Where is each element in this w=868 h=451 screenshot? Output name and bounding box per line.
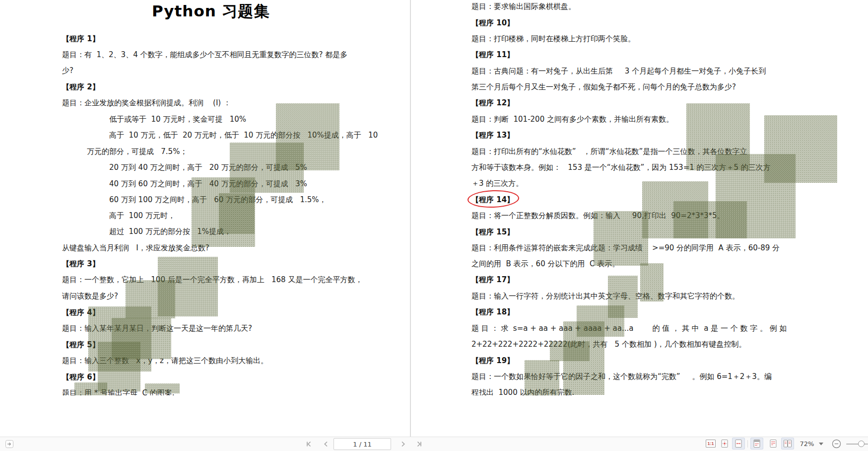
single-page-icon: [768, 439, 778, 449]
text-line: 题目：用 * 号输出字母 C 的图案.: [62, 388, 175, 395]
program-header: 【程序 3】: [62, 259, 100, 269]
text-line: 方和等于该数本身。例如： 153 是一个“水仙花数”，因为 153=1 的三次方…: [471, 162, 771, 172]
program-header: 【程序 5】: [62, 340, 100, 350]
program-header: 【程序 2】: [62, 82, 100, 92]
chevron-right-icon: [399, 440, 407, 448]
text-line: 题目：古典问题：有一对兔子，从出生后第 3 个月起每个月都生一对兔子，小兔子长到: [471, 66, 766, 76]
text-line: ＋3 的三次方。: [471, 178, 523, 188]
program-header: 【程序 10】: [471, 18, 514, 28]
text-line: 题目：打印楼梯，同时在楼梯上方打印两个笑脸。: [471, 34, 635, 44]
text-line: 请问该数是多少?: [62, 291, 118, 301]
text-line: 之间的用 B 表示，60 分以下的用 C 表示。: [471, 259, 619, 269]
program-header: 【程序 4】: [62, 307, 100, 317]
text-line: 题目：企业发放的奖金根据利润提成。利润 (I) ：: [62, 98, 231, 108]
program-header: 【程序 13】: [471, 130, 514, 140]
single-page-button[interactable]: [767, 438, 780, 450]
minus-circle-icon: [832, 439, 841, 449]
page-arrow-icon: [5, 440, 14, 449]
zoom-slider-handle[interactable]: [858, 441, 865, 447]
fit-page-icon: [720, 439, 730, 449]
text-line: 40 万到 60 万之间时，高于 40 万元的部分，可提成 3%: [109, 179, 307, 189]
last-page-button[interactable]: [412, 437, 425, 451]
fit-width-icon: [734, 439, 743, 449]
text-line: 题目：输入一行字符，分别统计出其中英文字母、空格、数字和其它字符的个数。: [471, 291, 739, 301]
text-line: 题目：要求输出国际象棋棋盘。: [471, 1, 576, 11]
toolbar-separator: [747, 440, 748, 448]
program-header: 【程序 1】: [62, 34, 100, 44]
actual-size-button[interactable]: 1:1: [704, 438, 717, 450]
program-header: 【程序 17】: [471, 275, 514, 285]
program-header: 【程序 18】: [471, 307, 514, 317]
program-header: 【程序 11】: [471, 50, 514, 60]
zoom-slider[interactable]: [846, 444, 868, 445]
next-page-button[interactable]: [397, 437, 409, 451]
text-line: 题目：打印出所有的“水仙花数” ，所谓“水仙花数”是指一个三位数，其各位数字立: [471, 147, 747, 156]
document-title: Python 习题集: [152, 6, 270, 16]
zoom-percent-label: 72%: [800, 440, 814, 448]
chevron-left-icon: [322, 440, 330, 448]
zoom-percent-display[interactable]: 72%: [797, 437, 817, 451]
text-line: 高于 10 万元，低于 20 万元时，低于 10 万元的部分按 10%提成，高于…: [109, 130, 378, 140]
continuous-scroll-button[interactable]: [750, 438, 763, 450]
status-bar: 1:1: [0, 437, 868, 451]
text-line: 题目：输入三个整数 x，y，z，请把这三个数由小到大输出。: [62, 356, 268, 366]
text-line: 少?: [62, 66, 73, 75]
continuous-scroll-icon: [752, 439, 762, 449]
text-line: 2+22+222+2222+22222(此时，共有 5 个数相加 )，几个数相加…: [471, 339, 746, 349]
text-line: 低于或等于 10 万元时，奖金可提 10%: [109, 114, 246, 124]
text-line: 题目：有 1、2、3、4 个数字，能组成多少个互不相同且无重复数字的三位数? 都…: [62, 50, 347, 60]
text-line: 题目：输入某年某月某日，判断这一天是这一年的第几天?: [62, 323, 252, 333]
text-line: 万元的部分，可提成 7.5%；: [87, 147, 187, 156]
fit-width-button[interactable]: [732, 438, 745, 450]
zoom-out-button[interactable]: [830, 437, 843, 451]
text-line: 超过 100 万元的部分按 1%提成，: [109, 226, 231, 236]
first-page-button[interactable]: [303, 437, 316, 451]
zoom-dropdown-button[interactable]: [817, 437, 825, 451]
text-line: 高于 100 万元时，: [109, 211, 175, 221]
two-page-view-button[interactable]: [781, 438, 794, 450]
text-line: 题 目 ： 求 s=a + aa + aaa + aaaa + aa...a 的…: [471, 323, 787, 333]
program-header: 【程序 15】: [471, 227, 514, 237]
text-line: 第三个月后每个月又生一对兔子，假如兔子都不死，问每个月的兔子总数为多少?: [471, 82, 736, 92]
program-header: 【程序 6】: [62, 372, 100, 382]
auto-scroll-tool-button[interactable]: [3, 437, 16, 451]
text-line: 60 万到 100 万之间时，高于 60 万元的部分，可提成 1.5%，: [109, 195, 327, 205]
document-text-layer: Python 习题集【程序 1】题目：有 1、2、3、4 个数字，能组成多少个互…: [0, 0, 868, 395]
text-line: 程找出 1000 以内的所有完数.: [471, 387, 574, 395]
last-page-icon: [415, 440, 423, 448]
fit-page-button[interactable]: [718, 438, 731, 450]
page-number-input[interactable]: [334, 438, 391, 450]
text-line: 题目：将一个正整数分解质因数。例如：输入 90,打印出 90=2*3*3*5。: [471, 211, 725, 221]
text-line: 从键盘输入当月利润 I，求应发放奖金总数?: [62, 243, 209, 253]
first-page-icon: [305, 440, 313, 448]
text-line: 20 万到 40 万之间时，高于 20 万元的部分，可提成 5%: [109, 162, 307, 172]
previous-page-button[interactable]: [320, 437, 333, 451]
text-line: 题目：一个整数，它加上 100 后是一个完全平方数，再加上 168 又是一个完全…: [62, 275, 362, 285]
text-line: 题目：判断 101-200 之间有多少个素数，并输出所有素数。: [471, 114, 673, 124]
program-header: 【程序 12】: [471, 98, 514, 108]
text-line: 题目：利用条件运算符的嵌套来完成此题：学习成绩 >=90 分的同学用 A 表示，…: [471, 243, 780, 253]
pdf-viewer-window: Python 习题集【程序 1】题目：有 1、2、3、4 个数字，能组成多少个互…: [0, 0, 868, 451]
text-line: 题目：一个数如果恰好等于它的因子之和，这个数就称为“完数” 。例如 6=1＋2＋…: [471, 372, 772, 381]
program-header: 【程序 19】: [471, 356, 514, 366]
actual-size-icon: 1:1: [706, 440, 715, 448]
two-page-view-icon: [783, 439, 793, 449]
chevron-down-icon: [819, 443, 823, 446]
